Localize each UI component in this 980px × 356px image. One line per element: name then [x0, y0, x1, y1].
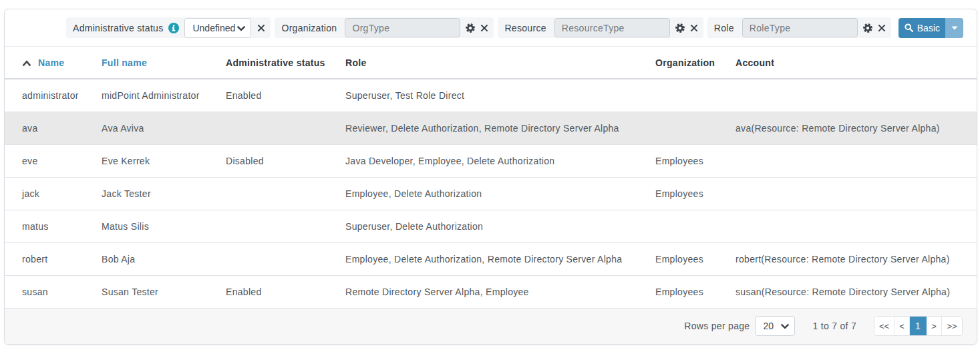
- column-header-administrative-status: Administrative status: [218, 47, 337, 79]
- cell-robert-3: [218, 242, 337, 275]
- info-circle-icon[interactable]: [168, 23, 179, 33]
- sort-link-full-name[interactable]: Full name: [102, 57, 147, 68]
- pagination-prev-button[interactable]: <: [894, 317, 910, 335]
- users-table-panel: Administrative status Undefined: [4, 9, 977, 345]
- column-header-name[interactable]: Name: [5, 47, 94, 79]
- table-row-eve[interactable]: eveEve KerrekDisabledJava Developer, Emp…: [5, 144, 977, 177]
- cell-administrator-6: [727, 79, 977, 112]
- search-basic-button[interactable]: Basic: [899, 18, 945, 38]
- table-row-jack[interactable]: jackJack TesterEmployee, Delete Authoriz…: [5, 177, 977, 210]
- column-label: Account: [736, 57, 774, 68]
- cell-robert-1: robert: [5, 242, 94, 275]
- cell-ava-4: Reviewer, Delete Authorization, Remote D…: [337, 112, 647, 144]
- cell-susan-4: Remote Directory Server Alpha, Employee: [337, 275, 647, 308]
- pagination-last-button[interactable]: >>: [942, 317, 962, 335]
- cell-eve-2: Eve Kerrek: [94, 144, 218, 177]
- filter-resource: Resource: [498, 17, 703, 38]
- rows-per-page-label: Rows per page: [684, 321, 750, 331]
- users-table: NameFull nameAdministrative statusRoleOr…: [5, 47, 977, 309]
- cell-robert-6: robert(Resource: Remote Directory Server…: [727, 242, 977, 275]
- remove-filter-organization-button[interactable]: [480, 18, 489, 38]
- cell-jack-3: [218, 177, 337, 210]
- sort-link-name[interactable]: Name: [38, 57, 64, 68]
- table-footer: Rows per page 20 1 to 7 of 7 << < 1 > >>: [5, 309, 977, 345]
- cell-ava-3: [218, 112, 337, 144]
- search-button-label: Basic: [917, 23, 940, 33]
- search-filter-bar: Administrative status Undefined: [5, 9, 977, 47]
- resource-input[interactable]: [554, 18, 670, 37]
- remove-filter-administrative-status-button[interactable]: [257, 18, 266, 38]
- users-table-header: NameFull nameAdministrative statusRoleOr…: [5, 47, 977, 79]
- search-split-button: Basic: [899, 18, 963, 38]
- cell-ava-2: Ava Aviva: [94, 112, 218, 144]
- cell-susan-2: Susan Tester: [94, 275, 218, 308]
- column-header-full-name[interactable]: Full name: [94, 47, 218, 79]
- cell-jack-6: [727, 177, 977, 210]
- close-icon: [878, 24, 886, 32]
- resource-settings-button[interactable]: [674, 18, 686, 38]
- cell-jack-4: Employee, Delete Authorization: [337, 177, 647, 210]
- filter-role: Role: [707, 17, 891, 38]
- cell-eve-4: Java Developer, Employee, Delete Authori…: [337, 144, 647, 177]
- filter-label-administrative-status: Administrative status: [73, 23, 163, 33]
- cell-matus-1: matus: [5, 210, 94, 242]
- cell-susan-1: susan: [5, 275, 94, 308]
- administrative-status-select[interactable]: Undefined: [185, 19, 251, 37]
- cell-ava-5: [647, 112, 727, 144]
- remove-filter-resource-button[interactable]: [689, 18, 699, 38]
- cell-matus-6: [727, 210, 977, 242]
- cell-susan-3: Enabled: [218, 275, 337, 308]
- filter-label-resource: Resource: [504, 23, 546, 33]
- gear-icon: [862, 23, 873, 33]
- cell-susan-6: susan(Resource: Remote Directory Server …: [727, 275, 977, 308]
- cell-ava-6: ava(Resource: Remote Directory Server Al…: [727, 112, 977, 144]
- column-label: Role: [345, 57, 367, 68]
- administrative-status-select-wrap: Undefined: [184, 18, 251, 38]
- column-header-role: Role: [337, 47, 647, 79]
- cell-eve-3: Disabled: [218, 144, 337, 177]
- pagination-next-button[interactable]: >: [927, 317, 942, 335]
- cell-matus-3: [218, 210, 337, 242]
- search-icon: [905, 23, 913, 32]
- cell-eve-6: [727, 144, 977, 177]
- cell-matus-4: Superuser, Delete Authorization: [337, 210, 647, 242]
- cell-susan-5: Employees: [647, 275, 727, 308]
- cell-administrator-3: Enabled: [218, 79, 337, 112]
- cell-robert-5: Employees: [647, 242, 727, 275]
- cell-robert-4: Employee, Delete Authorization, Remote D…: [337, 242, 647, 275]
- cell-administrator-5: [647, 79, 727, 112]
- cell-jack-2: Jack Tester: [94, 177, 218, 210]
- cell-ava-1: ava: [5, 112, 94, 144]
- remove-filter-role-button[interactable]: [877, 18, 886, 38]
- caret-down-icon: [951, 26, 958, 30]
- cell-jack-5: Employees: [647, 177, 727, 210]
- sort-asc-icon: [22, 60, 31, 67]
- close-icon: [690, 24, 698, 32]
- organization-input[interactable]: [345, 18, 460, 37]
- cell-matus-5: [647, 210, 727, 242]
- column-label: Organization: [655, 57, 715, 68]
- column-header-account: Account: [727, 47, 977, 79]
- table-row-matus[interactable]: matusMatus SilisSuperuser, Delete Author…: [5, 210, 977, 242]
- pagination-count-label: 1 to 7 of 7: [812, 321, 856, 331]
- filter-organization: Organization: [275, 17, 494, 38]
- table-row-susan[interactable]: susanSusan TesterEnabledRemote Directory…: [5, 275, 977, 308]
- role-settings-button[interactable]: [862, 18, 874, 38]
- close-icon: [480, 24, 488, 32]
- cell-jack-1: jack: [5, 177, 94, 210]
- pagination-first-button[interactable]: <<: [874, 317, 894, 335]
- role-input[interactable]: [742, 18, 858, 37]
- gear-icon: [465, 23, 476, 33]
- page-size-select-wrap: 20: [755, 316, 795, 336]
- cell-robert-2: Bob Aja: [94, 242, 218, 275]
- page-size-select[interactable]: 20: [756, 317, 794, 335]
- pagination-page-1-button[interactable]: 1: [910, 317, 927, 335]
- table-row-robert[interactable]: robertBob AjaEmployee, Delete Authorizat…: [5, 242, 977, 275]
- filter-administrative-status: Administrative status Undefined: [66, 17, 271, 38]
- table-row-administrator[interactable]: administratormidPoint AdministratorEnabl…: [5, 79, 977, 112]
- table-row-ava[interactable]: avaAva AvivaReviewer, Delete Authorizati…: [5, 112, 977, 144]
- cell-administrator-1: administrator: [5, 79, 94, 112]
- organization-settings-button[interactable]: [464, 18, 476, 38]
- search-mode-dropdown-toggle[interactable]: [945, 18, 963, 38]
- filter-label-organization: Organization: [281, 23, 337, 33]
